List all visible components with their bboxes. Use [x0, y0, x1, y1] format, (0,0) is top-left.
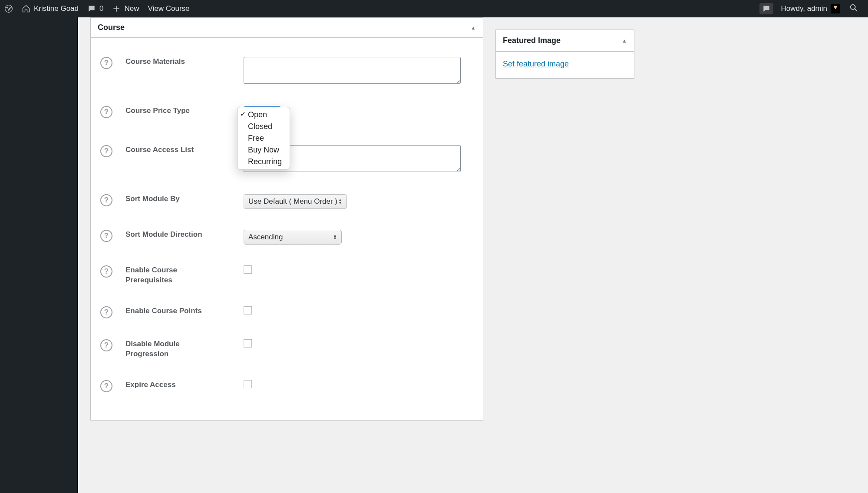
- field-label: Expire Access: [125, 380, 176, 390]
- help-icon[interactable]: ?: [100, 106, 112, 118]
- expire-access-checkbox[interactable]: [244, 380, 252, 388]
- field-price-type: ? Course Price Type Open ⌄ OpenClosedFre…: [100, 96, 473, 126]
- help-icon[interactable]: ?: [100, 265, 112, 278]
- collapse-icon[interactable]: ▲: [471, 25, 476, 31]
- site-name-label: Kristine Goad: [34, 4, 79, 13]
- field-label: Enable Course Prerequisites: [125, 265, 204, 285]
- admin-bar-right: Howdy, admin: [759, 0, 868, 17]
- admin-menu[interactable]: [0, 17, 78, 493]
- sort-by-select[interactable]: Use Default ( Menu Order ) ▲▼: [244, 194, 347, 209]
- view-course-label: View Course: [148, 4, 189, 13]
- howdy-label: Howdy, admin: [781, 4, 827, 13]
- dropdown-option[interactable]: Recurring: [238, 156, 290, 168]
- home-icon: [22, 4, 30, 13]
- field-expire-access: ? Expire Access: [100, 370, 473, 403]
- enable-prereq-checkbox[interactable]: [244, 265, 252, 274]
- sort-direction-value: Ascending: [248, 233, 283, 242]
- metabox-body: ? Course Materials ? Course Price Type: [91, 38, 483, 420]
- sort-direction-select[interactable]: Ascending ▲▼: [244, 230, 342, 245]
- dropdown-option[interactable]: Open: [238, 109, 290, 121]
- avatar: [831, 4, 840, 13]
- featured-image-title: Featured Image: [503, 36, 561, 45]
- field-label: Course Access List: [125, 145, 194, 155]
- field-label: Sort Module Direction: [125, 230, 202, 240]
- collapse-icon[interactable]: ▲: [622, 38, 627, 44]
- dropdown-option[interactable]: Buy Now: [238, 144, 290, 156]
- featured-image-metabox: Featured Image ▲ Set featured image: [495, 30, 634, 79]
- field-label: Disable Module Progression: [125, 339, 204, 359]
- disable-progression-checkbox[interactable]: [244, 339, 252, 347]
- view-course-link[interactable]: View Course: [143, 0, 194, 17]
- field-label: Course Price Type: [125, 106, 190, 116]
- field-label: Enable Course Points: [125, 306, 202, 316]
- plus-icon: [112, 4, 121, 13]
- admin-bar-left: Kristine Goad 0 New View Course: [0, 0, 194, 17]
- field-enable-points: ? Enable Course Points: [100, 296, 473, 329]
- sort-by-value: Use Default ( Menu Order ): [248, 197, 337, 206]
- help-icon[interactable]: ?: [100, 194, 112, 206]
- my-account-menu[interactable]: Howdy, admin: [777, 0, 845, 17]
- help-icon[interactable]: ?: [100, 230, 112, 242]
- metabox-title: Course: [98, 23, 125, 32]
- help-icon[interactable]: ?: [100, 306, 112, 318]
- svg-point-2: [851, 4, 855, 9]
- dropdown-option[interactable]: Free: [238, 132, 290, 144]
- admin-bar: Kristine Goad 0 New View Course Howdy, a…: [0, 0, 868, 17]
- comments-count: 0: [99, 4, 103, 13]
- side-box-header[interactable]: Featured Image ▲: [496, 30, 634, 52]
- field-label: Sort Module By: [125, 194, 180, 204]
- admin-bar-search[interactable]: [845, 3, 863, 15]
- help-icon[interactable]: ?: [100, 380, 112, 392]
- notifications-button[interactable]: [759, 3, 773, 14]
- help-icon[interactable]: ?: [100, 339, 112, 351]
- site-name-menu[interactable]: Kristine Goad: [17, 0, 83, 17]
- course-materials-input[interactable]: [244, 57, 461, 84]
- notification-icon: [762, 4, 771, 13]
- field-sort-by: ? Sort Module By Use Default ( Menu Orde…: [100, 184, 473, 219]
- field-enable-prereq: ? Enable Course Prerequisites: [100, 255, 473, 296]
- comment-icon: [87, 4, 96, 13]
- price-type-dropdown: OpenClosedFreeBuy NowRecurring: [237, 107, 290, 170]
- field-course-materials: ? Course Materials: [100, 46, 473, 96]
- dropdown-option[interactable]: Closed: [238, 121, 290, 132]
- side-column: Featured Image ▲ Set featured image: [495, 30, 634, 79]
- search-icon: [849, 3, 858, 13]
- enable-points-checkbox[interactable]: [244, 306, 252, 314]
- field-label: Course Materials: [125, 57, 185, 67]
- field-disable-progression: ? Disable Module Progression: [100, 329, 473, 370]
- page-wrap: Course ▲ ? Course Materials: [78, 0, 868, 493]
- field-sort-dir: ? Sort Module Direction Ascending ▲▼: [100, 219, 473, 255]
- metabox-header[interactable]: Course ▲: [91, 18, 483, 38]
- help-icon[interactable]: ?: [100, 57, 112, 69]
- new-label: New: [124, 4, 139, 13]
- set-featured-image-link[interactable]: Set featured image: [503, 60, 569, 68]
- help-icon[interactable]: ?: [100, 145, 112, 157]
- wp-logo-menu[interactable]: [0, 0, 17, 17]
- wordpress-icon: [4, 4, 13, 13]
- new-content-menu[interactable]: New: [108, 0, 143, 17]
- comments-menu[interactable]: 0: [83, 0, 108, 17]
- course-metabox: Course ▲ ? Course Materials: [90, 17, 483, 420]
